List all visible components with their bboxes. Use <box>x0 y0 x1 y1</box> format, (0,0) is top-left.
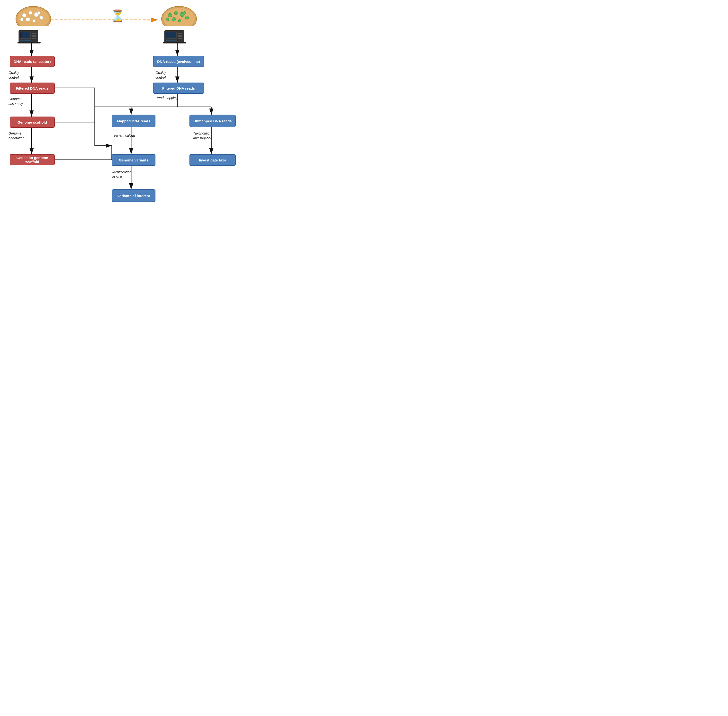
petri-dish-ancestor <box>15 5 52 27</box>
svg-rect-62 <box>178 38 182 39</box>
svg-rect-54 <box>17 42 41 44</box>
dna-ancestor-box: DNA reads (ancestor) <box>10 56 55 67</box>
svg-point-34 <box>37 11 40 14</box>
svg-rect-61 <box>178 35 182 36</box>
genome-scaffold-box: Genome scaffold <box>10 117 55 128</box>
svg-rect-51 <box>32 33 36 34</box>
filtered-ancestor-box: Filtered DNA reads <box>10 83 55 94</box>
quality-control-right-label: Qualitycontrol <box>155 70 166 80</box>
svg-point-31 <box>40 16 43 20</box>
identification-voi-label: Identificationof VOI <box>112 170 131 179</box>
svg-point-42 <box>185 16 189 20</box>
variant-calling-label: Variant calling <box>114 133 135 137</box>
svg-point-39 <box>168 14 172 17</box>
quality-control-left-label: Qualitycontrol <box>9 70 19 80</box>
dna-evolved-box: DNA reads (evolved line) <box>153 56 204 67</box>
variants-interest-box: Variants of interest <box>112 190 155 202</box>
svg-rect-60 <box>178 33 182 34</box>
unmapped-dna-box: Unmapped DNA reads <box>190 115 236 127</box>
mapped-dna-box: Mapped DNA reads <box>112 115 155 127</box>
workflow-diagram: ⏳ <box>0 0 243 238</box>
investigate-taxa-box: Investigate taxa <box>190 154 236 166</box>
svg-point-45 <box>183 11 186 14</box>
svg-rect-53 <box>32 38 36 39</box>
svg-point-32 <box>26 17 30 21</box>
hourglass-icon: ⏳ <box>111 9 125 23</box>
svg-point-46 <box>166 18 169 21</box>
petri-dish-evolved <box>160 5 198 27</box>
svg-point-35 <box>20 18 23 21</box>
sequencer-left-icon <box>17 28 46 45</box>
svg-point-40 <box>175 11 178 15</box>
svg-point-43 <box>172 17 176 21</box>
read-mapping-label: Read mapping <box>155 96 178 100</box>
svg-rect-63 <box>163 42 186 44</box>
svg-rect-64 <box>166 39 176 41</box>
svg-point-28 <box>22 14 26 17</box>
svg-point-33 <box>33 20 35 22</box>
svg-point-44 <box>178 20 181 22</box>
taxonomic-investigation-label: TaxonomicInvestigation <box>193 131 212 141</box>
svg-rect-59 <box>166 32 176 38</box>
svg-rect-50 <box>21 32 30 38</box>
svg-rect-55 <box>20 39 31 41</box>
genome-annotation-label: Genomeannotation <box>9 131 24 141</box>
filtered-evolved-box: Filtered DNA reads <box>153 83 204 94</box>
svg-point-29 <box>29 11 32 15</box>
svg-rect-52 <box>32 35 36 36</box>
genome-variants-box: Genome variants <box>112 154 155 166</box>
genes-scaffold-box: Genes on genome scaffold <box>10 154 55 165</box>
genome-assembly-label: Genomeassembly <box>9 97 23 106</box>
sequencer-right-icon <box>163 28 191 45</box>
